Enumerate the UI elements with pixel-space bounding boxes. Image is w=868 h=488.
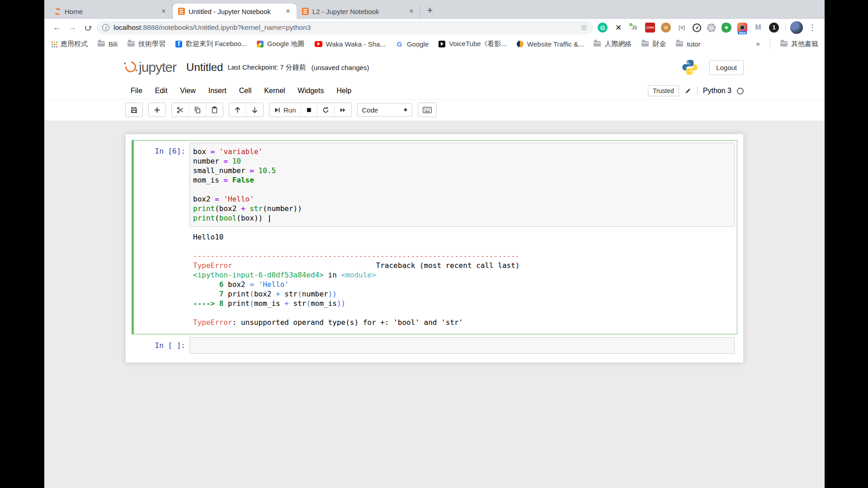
bookmark-item[interactable]: VoiceTube《看影... <box>439 40 507 48</box>
trusted-badge[interactable]: Trusted <box>648 85 679 96</box>
camera-extension[interactable]: New <box>737 23 747 33</box>
bookmark-label: 歡迎來到 Faceboo... <box>186 40 247 48</box>
restart-run-all-button[interactable] <box>335 103 351 117</box>
bookmark-item[interactable]: f歡迎來到 Faceboo... <box>175 40 247 48</box>
forward-icon[interactable]: → <box>66 21 79 34</box>
bookmark-label: 技術學習 <box>138 40 165 48</box>
menu-view[interactable]: View <box>175 84 201 98</box>
move-cell-up-button[interactable] <box>229 103 246 117</box>
dropdown-arrows-icon <box>404 106 407 113</box>
notebook-favicon-icon <box>302 8 309 15</box>
evernote-extension[interactable] <box>722 23 731 33</box>
cors-extension[interactable]: CORS <box>645 23 655 33</box>
jupyter-logo[interactable]: jupyter <box>125 61 176 74</box>
gmail-extension[interactable]: M <box>753 23 763 33</box>
jupyter-planet-icon <box>123 59 138 75</box>
code-cell-1[interactable]: In [6]: box = 'variable'number = 10small… <box>132 140 737 334</box>
input-prompt: In [ ]: <box>136 337 189 350</box>
close-tab-icon[interactable]: × <box>407 7 415 15</box>
x-extension[interactable]: ✕ <box>613 23 623 33</box>
voicetube-icon <box>439 41 445 47</box>
cell-type-dropdown[interactable]: Code <box>357 103 412 117</box>
add-cell-button[interactable] <box>149 103 165 117</box>
save-button[interactable] <box>126 103 142 117</box>
menu-bar: FileEditViewInsertCellKernelWidgetsHelp … <box>125 82 744 99</box>
bookmark-star-icon[interactable]: ☆ <box>580 23 588 33</box>
menu-kernel[interactable]: Kernel <box>259 84 290 98</box>
braces-extension[interactable]: {≡} <box>677 23 687 33</box>
bookmark-item[interactable]: 應用程式 <box>51 40 88 48</box>
close-tab-icon[interactable]: × <box>284 7 292 15</box>
bookmark-item[interactable]: GGoogle <box>396 40 429 48</box>
bookmark-item[interactable]: Waka Waka - Sha... <box>315 40 386 48</box>
restart-kernel-button[interactable] <box>317 103 335 117</box>
folder-icon <box>676 41 683 47</box>
tab-strip: Home × Untitled - Jupyter Notebook × L2 … <box>44 0 825 19</box>
bookmark-label: Google 地圖 <box>267 40 305 48</box>
new-badge: New <box>738 31 747 34</box>
menu-cell[interactable]: Cell <box>234 84 257 98</box>
gear-extension[interactable] <box>707 23 716 32</box>
grammarly-extension[interactable]: G <box>598 23 608 33</box>
browser-menu-icon[interactable]: ⋮ <box>806 23 819 33</box>
bookmark-item[interactable]: 人際網絡 <box>594 40 632 48</box>
tab-untitled-notebook[interactable]: Untitled - Jupyter Notebook × <box>173 4 297 19</box>
move-cell-down-button[interactable] <box>246 103 263 117</box>
profile-avatar[interactable] <box>790 21 803 34</box>
bookmark-item[interactable]: tutor <box>676 40 700 48</box>
checkpoint-text: Last Checkpoint: 7 分鐘前 <box>227 63 306 72</box>
notebook-title[interactable]: Untitled <box>186 61 223 74</box>
folder-icon <box>127 41 135 47</box>
kernel-name: Python 3 <box>703 87 731 95</box>
menu-help[interactable]: Help <box>331 84 357 98</box>
tab-title: Untitled - Jupyter Notebook <box>189 8 280 15</box>
logout-button[interactable]: Logout <box>709 60 744 75</box>
code-input-area[interactable]: box = 'variable'number = 10small_number … <box>189 143 735 227</box>
speedometer-extension[interactable] <box>693 23 701 32</box>
jupyter-page: jupyter Untitled Last Checkpoint: 7 分鐘前 … <box>44 52 825 488</box>
bookmark-label: Waka Waka - Sha... <box>326 40 386 48</box>
interrupt-kernel-button[interactable] <box>301 103 317 117</box>
notebook-container: In [6]: box = 'variable'number = 10small… <box>125 134 744 363</box>
tab-l2-notebook[interactable]: L2 - Jupyter Notebook × <box>297 4 420 19</box>
bookmark-item[interactable]: Google 地圖 <box>257 40 305 48</box>
bookmark-label: tutor <box>687 40 700 48</box>
omnibox[interactable]: i localhost:8888/notebooks/Untitled.ipyn… <box>97 21 593 34</box>
cut-cell-button[interactable] <box>172 103 189 117</box>
bookmark-item[interactable]: Website Traffic &... <box>517 40 584 48</box>
toolbar: Run Code <box>44 99 825 121</box>
empty-code-input-area[interactable] <box>189 337 735 354</box>
edit-pencil-icon[interactable] <box>684 87 692 94</box>
command-palette-button[interactable] <box>418 103 436 117</box>
menu-edit[interactable]: Edit <box>150 84 173 98</box>
tab-title: Home <box>65 8 156 15</box>
address-bar: ← → i localhost:8888/notebooks/Untitled.… <box>44 19 825 36</box>
copy-cells-button[interactable] <box>189 103 206 117</box>
monkey-extension[interactable] <box>661 23 671 33</box>
paste-cells-button[interactable] <box>206 103 223 117</box>
site-info-icon[interactable]: i <box>102 24 109 31</box>
python-logo-icon <box>681 59 698 76</box>
bookmark-item[interactable]: 技術學習 <box>127 40 165 48</box>
bookmark-item[interactable]: Bili <box>98 40 118 48</box>
counter-extension[interactable]: 1 <box>769 23 779 33</box>
jupyter-favicon-icon <box>54 7 61 15</box>
menu-widgets[interactable]: Widgets <box>292 84 330 98</box>
browser-window: Home × Untitled - Jupyter Notebook × L2 … <box>44 0 825 488</box>
js-extension[interactable]: JS <box>629 23 639 33</box>
back-icon[interactable]: ← <box>51 21 63 34</box>
code-cell-2[interactable]: In [ ]: <box>132 334 737 357</box>
menu-insert[interactable]: Insert <box>203 84 232 98</box>
reload-icon[interactable] <box>81 21 94 34</box>
bookmark-item[interactable]: 其他書籤 <box>780 40 818 48</box>
run-cell-button[interactable]: Run <box>269 103 301 117</box>
bookmark-label: Website Traffic &... <box>527 40 584 48</box>
bookmarks-overflow-chevron[interactable]: » <box>756 40 760 48</box>
bookmark-item[interactable]: 財金 <box>642 40 666 48</box>
new-tab-button[interactable]: + <box>423 4 437 17</box>
close-tab-icon[interactable]: × <box>160 7 168 15</box>
facebook-icon: f <box>175 41 182 47</box>
tab-home[interactable]: Home × <box>49 4 173 19</box>
menu-file[interactable]: File <box>125 84 148 98</box>
google-icon: G <box>396 41 403 47</box>
